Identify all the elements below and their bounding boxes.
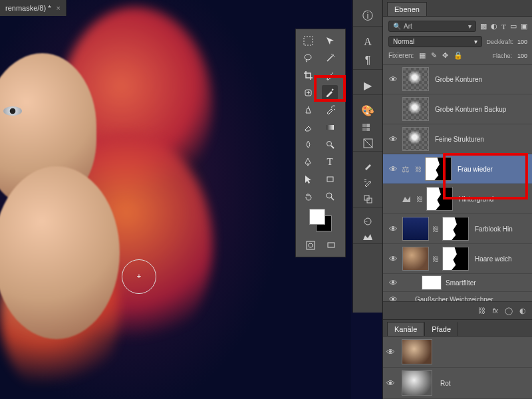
layer-name[interactable]: Grobe Konturen <box>435 76 482 83</box>
tab-layers[interactable]: Ebenen <box>387 2 427 16</box>
visibility-toggle[interactable]: 👁 <box>386 224 400 234</box>
visibility-toggle[interactable]: 👁 <box>386 278 400 288</box>
layer-name[interactable]: Farblook Hin <box>475 225 513 233</box>
filter-pixel-icon[interactable]: ▩ <box>480 22 487 31</box>
brush-cursor <box>122 259 156 294</box>
lock-all-icon[interactable]: 🔒 <box>454 51 463 60</box>
opacity-value[interactable]: 100 <box>517 39 527 45</box>
styles-panel-icon[interactable] <box>363 138 373 148</box>
info-icon[interactable]: ⓘ <box>362 9 373 23</box>
chevron-down-icon: ▾ <box>468 23 471 30</box>
tab-channels[interactable]: Kanäle <box>387 322 424 336</box>
link-icon[interactable]: ⛓ <box>416 196 423 203</box>
magic-wand-tool[interactable] <box>322 51 338 65</box>
hand-tool[interactable] <box>300 189 316 203</box>
layer-thumbnail[interactable] <box>402 247 429 271</box>
type-tool[interactable]: T <box>322 154 338 169</box>
layers-footer: ⛓ fx ◯ ◐ <box>383 301 532 319</box>
history-brush-tool[interactable] <box>322 102 338 117</box>
lock-label: Fixieren: <box>388 52 414 59</box>
smart-filter-mask[interactable] <box>422 275 442 290</box>
layer-mask-thumbnail[interactable] <box>442 217 469 241</box>
layer-name[interactable]: Grobe Konturen Backup <box>435 106 506 113</box>
histogram-panel-icon[interactable] <box>362 233 373 241</box>
zoom-tool[interactable] <box>322 189 338 203</box>
visibility-toggle[interactable]: 👁 <box>383 347 398 357</box>
layer-row[interactable]: 👁 Feine Strukturen <box>383 124 532 154</box>
fill-value[interactable]: 100 <box>517 53 527 59</box>
layer-thumbnail[interactable] <box>402 217 429 241</box>
layer-thumbnail[interactable] <box>402 127 429 151</box>
gradient-tool[interactable] <box>322 120 338 134</box>
brush-presets-icon[interactable] <box>363 161 373 171</box>
filter-smart-icon[interactable]: ▣ <box>521 22 527 31</box>
layer-name[interactable]: Haare weich <box>475 255 512 263</box>
marquee-tool[interactable] <box>300 33 316 48</box>
channel-row[interactable]: 👁 <box>383 336 532 368</box>
screen-mode-toggle[interactable] <box>323 238 339 253</box>
pen-tool[interactable] <box>300 154 316 169</box>
svg-point-1 <box>305 55 311 60</box>
document-tab-title: renmaske/8) * <box>5 4 51 12</box>
new-adjustment-icon[interactable]: ◐ <box>519 307 526 315</box>
lasso-tool[interactable] <box>300 51 316 65</box>
quick-mask-toggle[interactable] <box>303 238 319 253</box>
eraser-tool[interactable] <box>300 120 316 134</box>
color-panel-icon[interactable]: 🎨 <box>361 104 374 117</box>
channel-thumbnail[interactable] <box>402 339 432 364</box>
blur-tool[interactable] <box>300 137 316 152</box>
filter-shape-icon[interactable]: ▭ <box>510 22 517 31</box>
link-icon[interactable]: ⛓ <box>415 166 422 173</box>
blend-mode-dropdown[interactable]: Normal ▾ <box>388 36 482 47</box>
channel-name[interactable]: Rot <box>440 380 451 387</box>
layer-name[interactable]: Feine Strukturen <box>435 136 484 143</box>
layer-row[interactable]: Grobe Konturen Backup <box>383 94 532 124</box>
layer-filter-dropdown[interactable]: 🔍 Art ▾ <box>388 21 476 32</box>
close-icon[interactable]: × <box>56 4 60 12</box>
smart-filters-row[interactable]: 👁 Smartfilter <box>383 274 532 292</box>
clone-source-icon[interactable] <box>363 194 373 204</box>
visibility-toggle[interactable]: 👁 <box>386 74 400 84</box>
tab-paths[interactable]: Pfade <box>424 322 458 336</box>
channel-row[interactable]: 👁 Rot <box>383 368 532 399</box>
filter-type-icon[interactable]: T <box>501 23 506 31</box>
visibility-toggle[interactable]: 👁 <box>386 295 400 302</box>
lock-transparency-icon[interactable]: ▦ <box>419 51 426 60</box>
layer-style-icon[interactable]: fx <box>492 307 498 315</box>
svg-point-11 <box>309 243 313 247</box>
clone-stamp-tool[interactable] <box>300 102 316 117</box>
channel-thumbnail[interactable] <box>402 370 432 396</box>
swatches-panel-icon[interactable] <box>362 124 373 132</box>
link-icon[interactable]: ⛓ <box>432 255 439 263</box>
layer-thumbnail[interactable] <box>402 67 429 91</box>
svg-point-9 <box>327 193 332 198</box>
layer-row[interactable]: 👁 ⛓ Haare weich <box>383 244 532 274</box>
add-mask-icon[interactable]: ◯ <box>505 307 513 315</box>
visibility-toggle[interactable]: 👁 <box>386 254 400 264</box>
adjustments-panel-icon[interactable] <box>362 217 373 226</box>
layer-mask-thumbnail[interactable] <box>442 247 469 271</box>
document-tab[interactable]: renmaske/8) * × <box>0 0 66 16</box>
filter-adjust-icon[interactable]: ◐ <box>491 22 497 31</box>
layer-row[interactable]: 👁 Grobe Konturen <box>383 65 532 94</box>
visibility-toggle[interactable]: 👁 <box>386 164 400 174</box>
move-tool[interactable] <box>322 33 338 48</box>
visibility-toggle[interactable]: 👁 <box>383 378 398 388</box>
smart-filter-item[interactable]: 👁 Gaußscher Weichzeichner <box>383 292 532 301</box>
visibility-toggle[interactable]: 👁 <box>386 134 400 144</box>
color-swatches[interactable] <box>300 206 341 233</box>
lock-position-icon[interactable]: ✥ <box>442 51 448 60</box>
dodge-tool[interactable] <box>322 137 338 152</box>
paragraph-panel-icon[interactable]: ¶ <box>365 55 371 66</box>
lock-pixels-icon[interactable]: ✎ <box>431 51 437 60</box>
brush-settings-icon[interactable] <box>363 178 373 188</box>
foreground-color-swatch[interactable] <box>309 209 325 225</box>
layer-thumbnail[interactable] <box>402 97 429 121</box>
link-icon[interactable]: ⛓ <box>432 225 439 233</box>
link-layers-icon[interactable]: ⛓ <box>478 307 485 315</box>
character-panel-icon[interactable]: A <box>364 36 372 48</box>
actions-panel-icon[interactable]: ▶ <box>364 79 372 92</box>
rectangle-tool[interactable] <box>322 172 338 186</box>
path-selection-tool[interactable] <box>300 172 316 186</box>
layer-row[interactable]: 👁 ⛓ Farblook Hin <box>383 214 532 244</box>
